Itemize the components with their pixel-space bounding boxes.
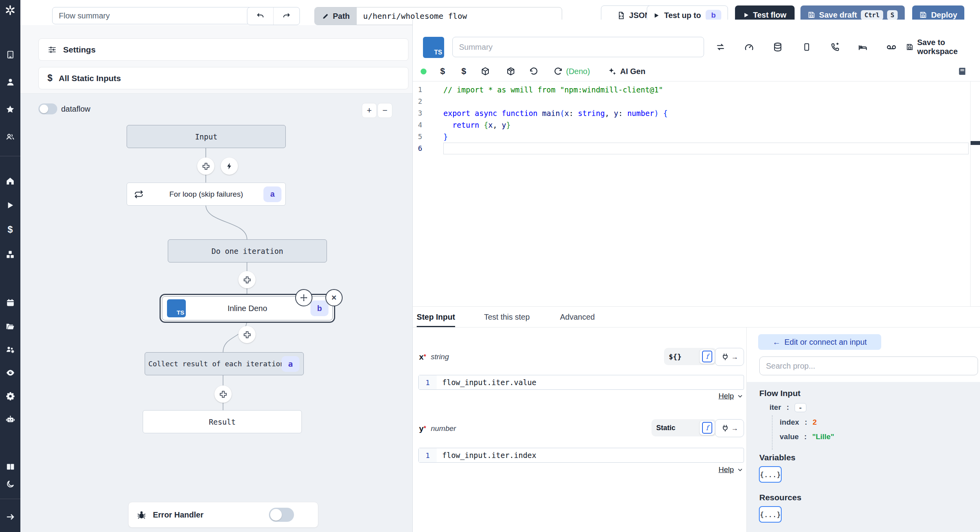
- windmill-logo[interactable]: [0, 2, 20, 18]
- instance-settings-icon[interactable]: [0, 387, 20, 405]
- home-icon[interactable]: [0, 172, 20, 190]
- workspace-icon[interactable]: [0, 46, 20, 63]
- save-draft-label: Save draft: [819, 11, 857, 20]
- code-editor[interactable]: 1// import * as wmill from "npm:windmill…: [413, 81, 980, 306]
- field-x-connect-button[interactable]: →: [715, 348, 744, 366]
- code-line[interactable]: 6: [413, 143, 980, 154]
- zoom-in-button[interactable]: +: [362, 103, 377, 118]
- early-stop-icon[interactable]: [742, 40, 756, 54]
- mock-icon[interactable]: [800, 40, 814, 54]
- field-y-mode-switch[interactable]: Static f: [652, 419, 717, 436]
- community-icon[interactable]: [0, 128, 20, 145]
- test-up-to-label: Test up to: [664, 11, 701, 20]
- favorites-icon[interactable]: [0, 101, 20, 118]
- javascript-mode-selected[interactable]: f: [699, 420, 715, 435]
- ai-gen-button[interactable]: AI Gen: [608, 64, 645, 78]
- node-forloop[interactable]: For loop (skip failures) a: [127, 183, 286, 206]
- cache-icon[interactable]: [771, 40, 785, 54]
- delete-step-button[interactable]: ×: [325, 289, 343, 306]
- undo-button[interactable]: [247, 7, 274, 25]
- tree-row-iter[interactable]: iter : -: [769, 401, 806, 414]
- flow-graph-canvas[interactable]: dataflow + − Input: [20, 93, 412, 532]
- user-icon[interactable]: [0, 73, 20, 90]
- resources-icon[interactable]: [0, 246, 20, 263]
- move-step-button[interactable]: [295, 289, 312, 306]
- code-line[interactable]: 3export async function main(x: string, y…: [413, 107, 980, 119]
- folders-icon[interactable]: [0, 318, 20, 335]
- package-lock-icon[interactable]: [504, 64, 518, 78]
- rail-divider: [0, 156, 20, 156]
- node-collect-badge: a: [281, 356, 299, 372]
- suspend-icon[interactable]: [828, 40, 842, 54]
- javascript-mode-selected[interactable]: f: [699, 349, 715, 364]
- all-static-inputs-row[interactable]: $ All Static Inputs: [38, 67, 408, 89]
- variables-object-button[interactable]: {...}: [759, 466, 782, 483]
- add-step-button[interactable]: [238, 326, 256, 343]
- reset-icon[interactable]: [526, 64, 541, 78]
- tree-row-index[interactable]: index : 2: [780, 416, 817, 429]
- dollar-icon: $: [47, 73, 53, 83]
- tab-advanced[interactable]: Advanced: [552, 307, 603, 327]
- flow-settings-row[interactable]: Settings: [38, 38, 408, 61]
- plus-icon: [202, 162, 210, 170]
- audit-logs-icon[interactable]: [0, 364, 20, 381]
- assets-icon[interactable]: $: [436, 64, 450, 78]
- ai-icon[interactable]: [0, 411, 20, 428]
- mode-static-label: Static: [656, 424, 675, 432]
- step-summary-input[interactable]: [452, 37, 704, 57]
- reload-icon[interactable]: [551, 64, 565, 78]
- node-collect-result[interactable]: Collect result of each iteration a: [145, 352, 304, 375]
- sleep-icon[interactable]: [856, 40, 870, 54]
- tab-test-this-step[interactable]: Test this step: [477, 307, 536, 327]
- runs-icon[interactable]: [0, 197, 20, 214]
- help-link[interactable]: Help: [719, 392, 734, 400]
- node-do-one-iteration[interactable]: Do one iteration: [168, 239, 327, 262]
- plug-icon: [721, 424, 730, 432]
- retries-icon[interactable]: [713, 40, 728, 54]
- variable-picker-icon[interactable]: $: [457, 64, 471, 78]
- node-result[interactable]: Result: [143, 410, 302, 433]
- add-trigger-button[interactable]: [221, 157, 238, 175]
- bolt-icon: [225, 162, 233, 170]
- library-icon[interactable]: [955, 64, 969, 78]
- code-line[interactable]: 4 return {x, y}: [413, 119, 980, 131]
- field-x-help[interactable]: Help: [648, 390, 743, 402]
- path-badge[interactable]: Path: [315, 7, 357, 25]
- docs-icon[interactable]: [0, 458, 20, 475]
- resources-object-button[interactable]: {...}: [759, 506, 782, 523]
- add-step-button[interactable]: [214, 385, 232, 403]
- redo-button[interactable]: [274, 7, 299, 25]
- edit-or-connect-button[interactable]: ← Edit or connect an input: [758, 334, 881, 350]
- workers-icon[interactable]: [0, 341, 20, 358]
- voicemail-icon[interactable]: [884, 40, 898, 54]
- tab-step-input[interactable]: Step Input: [417, 307, 455, 327]
- collapse-toggle[interactable]: -: [795, 403, 806, 412]
- kbd-ctrl: Ctrl: [861, 10, 883, 20]
- field-y-connect-button[interactable]: →: [715, 419, 744, 437]
- line-number: 1: [419, 448, 437, 462]
- expand-sidebar-icon[interactable]: [0, 508, 20, 525]
- field-y-help[interactable]: Help: [648, 464, 743, 476]
- code-line[interactable]: 2: [413, 96, 980, 107]
- field-x-mode-switch[interactable]: ${} f: [664, 348, 717, 365]
- tree-row-value[interactable]: value : "Lille": [780, 431, 834, 443]
- node-input[interactable]: Input: [127, 125, 286, 148]
- field-y-expression-editor[interactable]: 1 flow_input.iter.index: [418, 448, 744, 463]
- error-handler-toggle[interactable]: [269, 508, 294, 522]
- theme-toggle-icon[interactable]: [0, 475, 20, 492]
- schedules-icon[interactable]: [0, 294, 20, 311]
- variables-icon[interactable]: $: [0, 221, 20, 238]
- search-prop-input[interactable]: [759, 356, 978, 375]
- plus-icon: [243, 276, 251, 284]
- arrow-right-icon: →: [731, 424, 738, 432]
- field-x-expression-editor[interactable]: 1 flow_input.iter.value: [418, 375, 744, 390]
- dataflow-toggle[interactable]: [38, 103, 57, 114]
- code-line[interactable]: 1// import * as wmill from "npm:windmill…: [413, 84, 980, 96]
- save-to-workspace-button[interactable]: Save to workspace: [906, 40, 980, 54]
- add-step-button[interactable]: [197, 157, 214, 175]
- package-icon[interactable]: [478, 64, 492, 78]
- add-step-button[interactable]: [238, 271, 256, 288]
- zoom-out-button[interactable]: −: [377, 103, 392, 118]
- help-link[interactable]: Help: [719, 465, 734, 474]
- code-line[interactable]: 5}: [413, 131, 980, 143]
